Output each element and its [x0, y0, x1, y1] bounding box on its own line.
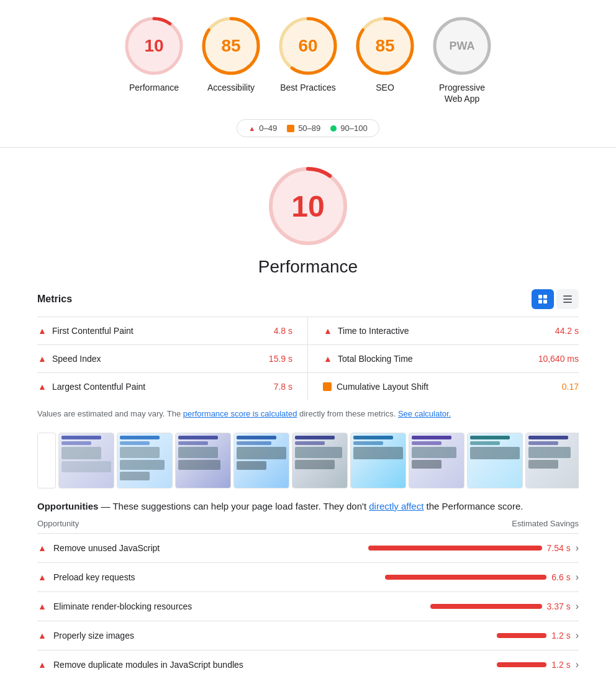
- circle-green-icon: [330, 125, 337, 132]
- score-circle-accessibility: 85: [200, 15, 262, 77]
- score-circle-pwa: PWA: [431, 15, 493, 77]
- opp-duplicate-modules-name: Remove duplicate modules in JavaScript b…: [53, 660, 491, 670]
- grid-view-button[interactable]: [532, 289, 554, 309]
- big-performance-circle: 10: [265, 163, 351, 250]
- best-practices-score-value: 60: [298, 36, 317, 56]
- performance-big-score: 10 Performance: [37, 163, 579, 277]
- filmstrip-frame-2: [117, 433, 173, 488]
- legend-low-label: 0–49: [259, 124, 277, 133]
- opportunities-desc-end: the Performance score.: [427, 501, 523, 511]
- pwa-label: ProgressiveWeb App: [439, 82, 485, 104]
- si-label: Speed Index: [52, 354, 264, 364]
- opp-unused-js[interactable]: ▲ Remove unused JavaScript 7.54 s ›: [37, 534, 579, 563]
- chevron-down-icon-opp5[interactable]: ›: [576, 659, 579, 670]
- opp-duplicate-modules[interactable]: ▲ Remove duplicate modules in JavaScript…: [37, 650, 579, 679]
- accessibility-label: Accessibility: [207, 82, 255, 93]
- filmstrip-frame-8: [467, 433, 523, 488]
- chevron-down-icon-opp4[interactable]: ›: [576, 630, 579, 641]
- opp-unused-js-bar: [368, 546, 542, 551]
- cls-value: 0.17: [562, 382, 579, 392]
- triangle-red-icon: ▲: [248, 125, 255, 132]
- square-orange-icon-cls: [323, 382, 332, 391]
- triangle-red-icon-opp5: ▲: [37, 660, 47, 670]
- tbt-label: Total Blocking Time: [338, 354, 533, 364]
- perf-score-link[interactable]: performance score is calculated: [183, 409, 297, 418]
- directly-affect-link[interactable]: directly affect: [369, 501, 424, 511]
- lcp-label: Largest Contentful Paint: [52, 382, 269, 392]
- square-orange-icon: [287, 125, 294, 132]
- opp-render-blocking[interactable]: ▲ Eliminate render-blocking resources 3.…: [37, 592, 579, 621]
- svg-rect-17: [538, 295, 542, 299]
- filmstrip-frame-5: [292, 433, 348, 488]
- legend-mid: 50–89: [287, 124, 320, 133]
- opportunities-subheader: Opportunity Estimated Savings: [37, 514, 579, 534]
- opp-preload-bar-container: 6.6 s ›: [385, 572, 579, 583]
- fcp-label: First Contentful Paint: [52, 326, 269, 336]
- metrics-header: Metrics: [37, 289, 579, 309]
- tbt-value: 10,640 ms: [538, 354, 579, 364]
- opp-duplicate-modules-bar: [497, 662, 546, 667]
- chevron-down-icon-opp1[interactable]: ›: [576, 542, 579, 554]
- view-toggle[interactable]: [532, 289, 579, 309]
- opp-preload[interactable]: ▲ Preload key requests 6.6 s ›: [37, 563, 579, 592]
- see-calculator-link[interactable]: See calculator.: [398, 409, 451, 418]
- metric-tti: ▲ Time to Interactive 44.2 s: [308, 317, 579, 345]
- opp-col-opportunity: Opportunity: [37, 519, 79, 528]
- score-item-accessibility[interactable]: 85 Accessibility: [200, 15, 262, 93]
- opp-preload-value: 6.6 s: [551, 572, 570, 582]
- opp-image-size[interactable]: ▲ Properly size images 1.2 s ›: [37, 621, 579, 650]
- opp-col-savings: Estimated Savings: [512, 519, 579, 528]
- lcp-value: 7.8 s: [274, 382, 292, 392]
- fcp-value: 4.8 s: [274, 326, 292, 336]
- filmstrip-frame-3: [175, 433, 231, 488]
- svg-rect-18: [543, 295, 547, 299]
- triangle-red-icon-opp2: ▲: [37, 572, 47, 582]
- opp-image-size-value: 1.2 s: [551, 631, 570, 641]
- estimated-note: Values are estimated and may vary. The p…: [37, 408, 579, 420]
- opp-render-blocking-value: 3.37 s: [547, 601, 571, 611]
- cls-label: Cumulative Layout Shift: [337, 382, 557, 392]
- performance-detail-title: Performance: [258, 257, 358, 277]
- triangle-red-icon-tbt: ▲: [323, 354, 333, 364]
- si-value: 15.9 s: [269, 354, 292, 364]
- score-item-best-practices[interactable]: 60 Best Practices: [277, 15, 339, 93]
- score-item-seo[interactable]: 85 SEO: [354, 15, 416, 93]
- opp-image-size-bar-container: 1.2 s ›: [497, 630, 579, 641]
- opp-render-blocking-name: Eliminate render-blocking resources: [53, 601, 424, 611]
- svg-rect-21: [563, 295, 572, 297]
- opportunities-section: Opportunities — These suggestions can he…: [37, 501, 579, 679]
- opp-image-size-bar: [497, 633, 546, 638]
- score-circle-performance: 10: [123, 15, 185, 77]
- accessibility-score-value: 85: [221, 36, 240, 56]
- legend-row: ▲ 0–49 50–89 90–100: [0, 114, 616, 147]
- opp-unused-js-name: Remove unused JavaScript: [53, 543, 362, 553]
- opp-render-blocking-bar-container: 3.37 s ›: [430, 601, 579, 612]
- filmstrip: [37, 430, 579, 496]
- triangle-red-icon-opp4: ▲: [37, 631, 47, 641]
- filmstrip-frame-9: [525, 433, 579, 488]
- filmstrip-frame-1: [58, 433, 114, 488]
- performance-label: Performance: [129, 82, 179, 93]
- metric-lcp: ▲ Largest Contentful Paint 7.8 s: [37, 373, 308, 400]
- legend-mid-label: 50–89: [298, 124, 320, 133]
- metrics-title: Metrics: [37, 294, 72, 305]
- opportunities-title: Opportunities: [37, 501, 98, 511]
- svg-rect-23: [563, 302, 572, 303]
- score-item-pwa[interactable]: PWA ProgressiveWeb App: [431, 15, 493, 104]
- list-view-button[interactable]: [556, 289, 579, 309]
- filmstrip-blank: [37, 433, 56, 488]
- metric-tbt: ▲ Total Blocking Time 10,640 ms: [308, 345, 579, 373]
- chevron-down-icon-opp3[interactable]: ›: [576, 601, 579, 612]
- filmstrip-frame-4: [233, 433, 289, 488]
- legend-container: ▲ 0–49 50–89 90–100: [237, 119, 379, 137]
- performance-detail-section: 10 Performance Metrics: [0, 148, 616, 679]
- triangle-red-icon-opp3: ▲: [37, 601, 47, 611]
- chevron-down-icon-opp2[interactable]: ›: [576, 572, 579, 583]
- opp-duplicate-modules-value: 1.2 s: [551, 660, 570, 670]
- score-circle-seo: 85: [354, 15, 416, 77]
- best-practices-label: Best Practices: [280, 82, 335, 93]
- metrics-grid: ▲ First Contentful Paint 4.8 s ▲ Time to…: [37, 317, 579, 400]
- triangle-red-icon-si: ▲: [37, 354, 47, 364]
- score-item-performance[interactable]: 10 Performance: [123, 15, 185, 93]
- legend-high: 90–100: [330, 124, 367, 133]
